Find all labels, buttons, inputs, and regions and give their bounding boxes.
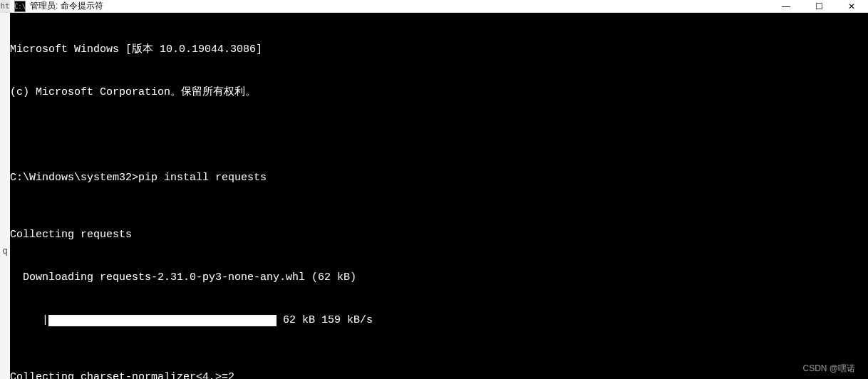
banner-line: (c) Microsoft Corporation。保留所有权利。	[10, 85, 868, 100]
left-gutter: q	[0, 13, 10, 379]
output-line: Collecting charset-normalizer<4,>=2	[10, 370, 868, 379]
prompt-line: C:\Windows\system32>pip install requests	[10, 171, 868, 185]
maximize-button[interactable]: ☐	[802, 0, 835, 12]
close-button[interactable]: ✕	[835, 0, 868, 12]
progress-indent: |	[10, 313, 48, 328]
progress-bar	[48, 315, 277, 326]
progress-stats: 62 kB 159 kB/s	[277, 313, 373, 328]
terminal-area: q Microsoft Windows [版本 10.0.19044.3086]…	[0, 13, 868, 379]
window-title: 管理员: 命令提示符	[30, 0, 770, 12]
cmd-icon: C:\	[14, 1, 26, 12]
window-controls: — ☐ ✕	[770, 0, 868, 12]
gutter-mark: q	[0, 244, 10, 258]
banner-line: Microsoft Windows [版本 10.0.19044.3086]	[10, 43, 868, 57]
left-edge-strip: ht	[0, 0, 10, 12]
terminal-output[interactable]: Microsoft Windows [版本 10.0.19044.3086] (…	[10, 13, 868, 379]
minimize-button[interactable]: —	[770, 0, 802, 12]
progress-row: | 62 kB 159 kB/s	[10, 313, 868, 328]
prompt-text: C:\Windows\system32>	[10, 172, 138, 184]
command-text: pip install requests	[138, 172, 267, 184]
watermark: CSDN @嘿诺	[802, 363, 855, 375]
output-line: Collecting requests	[10, 228, 868, 242]
output-line: Downloading requests-2.31.0-py3-none-any…	[10, 271, 868, 285]
cmd-window: ht C:\ 管理员: 命令提示符 — ☐ ✕ q Microsoft Wind…	[0, 0, 868, 379]
blank-line	[10, 128, 868, 142]
titlebar[interactable]: ht C:\ 管理员: 命令提示符 — ☐ ✕	[0, 0, 868, 13]
